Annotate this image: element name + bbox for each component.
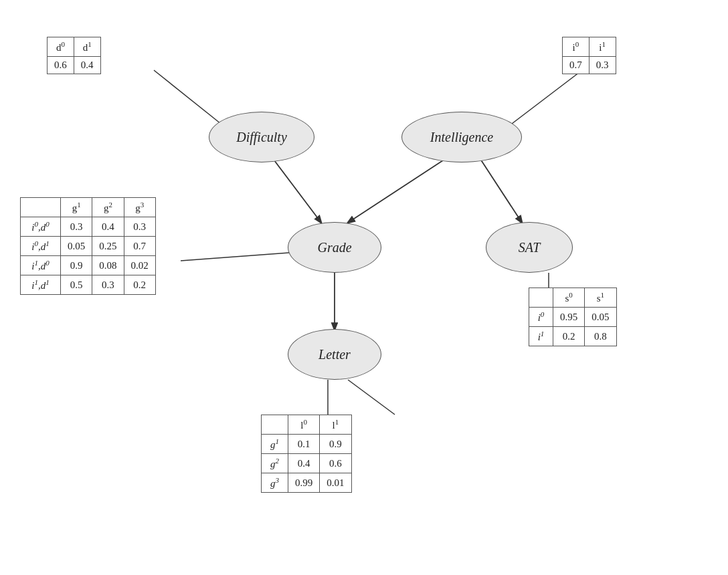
grade-row-i0d1-label: i0,d1 bbox=[21, 237, 61, 256]
sat-table-s1: s1 bbox=[585, 288, 616, 308]
intelligence-table-val-i1: 0.3 bbox=[589, 57, 616, 74]
difficulty-table: d0 d1 0.6 0.4 bbox=[47, 37, 101, 74]
difficulty-table-val-d0: 0.6 bbox=[48, 57, 74, 74]
grade-row-i1d0-g2: 0.08 bbox=[92, 256, 124, 275]
grade-row-i0d1-g2: 0.25 bbox=[92, 237, 124, 256]
grade-table-empty bbox=[21, 198, 61, 217]
sat-row-i0-s0: 0.95 bbox=[553, 308, 585, 327]
letter-row-g3-l0: 0.99 bbox=[288, 473, 320, 493]
main-canvas: Difficulty Intelligence Grade SAT Letter… bbox=[0, 0, 728, 575]
sat-row-i1-label: i1 bbox=[529, 327, 553, 346]
grade-row-i1d0-g3: 0.02 bbox=[124, 256, 155, 275]
grade-node: Grade bbox=[288, 222, 381, 273]
sat-row-i0-s1: 0.05 bbox=[585, 308, 616, 327]
letter-table: l0 l1 g1 0.1 0.9 g2 0.4 0.6 g3 0.99 0.01 bbox=[261, 415, 352, 493]
sat-row-i1-s1: 0.8 bbox=[585, 327, 616, 346]
svg-line-2 bbox=[480, 159, 522, 223]
grade-row-i1d1-g2: 0.3 bbox=[92, 275, 124, 295]
grade-row-i0d0-label: i0,d0 bbox=[21, 217, 61, 237]
letter-table-l1: l1 bbox=[320, 415, 351, 435]
svg-line-1 bbox=[348, 159, 445, 223]
sat-label: SAT bbox=[519, 240, 541, 255]
grade-table: g1 g2 g3 i0,d0 0.3 0.4 0.3 i0,d1 0.05 0.… bbox=[20, 197, 156, 295]
difficulty-table-header-d1: d1 bbox=[74, 37, 100, 57]
intelligence-table-header-i1: i1 bbox=[589, 37, 616, 57]
difficulty-label: Difficulty bbox=[236, 130, 287, 145]
letter-table-empty bbox=[262, 415, 288, 435]
letter-row-g1-l0: 0.1 bbox=[288, 435, 320, 454]
intelligence-table-val-i0: 0.7 bbox=[563, 57, 589, 74]
svg-line-5 bbox=[512, 70, 582, 124]
sat-table-empty bbox=[529, 288, 553, 308]
grade-label: Grade bbox=[317, 240, 351, 255]
svg-line-6 bbox=[181, 253, 289, 261]
grade-row-i0d0-g2: 0.4 bbox=[92, 217, 124, 237]
intelligence-table-header-i0: i0 bbox=[563, 37, 589, 57]
letter-row-g1-l1: 0.9 bbox=[320, 435, 351, 454]
grade-row-i1d0-label: i1,d0 bbox=[21, 256, 61, 275]
sat-table: s0 s1 i0 0.95 0.05 i1 0.2 0.8 bbox=[529, 288, 617, 346]
grade-row-i1d1-g3: 0.2 bbox=[124, 275, 155, 295]
intelligence-node: Intelligence bbox=[401, 112, 522, 162]
difficulty-node: Difficulty bbox=[209, 112, 314, 162]
letter-row-g2-label: g2 bbox=[262, 454, 288, 473]
letter-node: Letter bbox=[288, 329, 381, 380]
letter-row-g2-l0: 0.4 bbox=[288, 454, 320, 473]
grade-row-i0d0-g1: 0.3 bbox=[61, 217, 92, 237]
sat-node: SAT bbox=[486, 222, 573, 273]
svg-line-4 bbox=[154, 70, 221, 124]
sat-row-i0-label: i0 bbox=[529, 308, 553, 327]
grade-row-i1d1-label: i1,d1 bbox=[21, 275, 61, 295]
difficulty-table-val-d1: 0.4 bbox=[74, 57, 100, 74]
svg-line-0 bbox=[274, 160, 321, 223]
letter-label: Letter bbox=[318, 347, 351, 362]
grade-table-g2: g2 bbox=[92, 198, 124, 217]
grade-table-g3: g3 bbox=[124, 198, 155, 217]
sat-table-s0: s0 bbox=[553, 288, 585, 308]
sat-row-i1-s0: 0.2 bbox=[553, 327, 585, 346]
letter-row-g3-l1: 0.01 bbox=[320, 473, 351, 493]
grade-row-i0d1-g3: 0.7 bbox=[124, 237, 155, 256]
svg-line-9 bbox=[348, 380, 395, 415]
grade-table-g1: g1 bbox=[61, 198, 92, 217]
intelligence-label: Intelligence bbox=[430, 130, 493, 145]
letter-row-g2-l1: 0.6 bbox=[320, 454, 351, 473]
letter-row-g1-label: g1 bbox=[262, 435, 288, 454]
grade-row-i1d1-g1: 0.5 bbox=[61, 275, 92, 295]
grade-row-i1d0-g1: 0.9 bbox=[61, 256, 92, 275]
grade-row-i0d0-g3: 0.3 bbox=[124, 217, 155, 237]
difficulty-table-header-d0: d0 bbox=[48, 37, 74, 57]
grade-row-i0d1-g1: 0.05 bbox=[61, 237, 92, 256]
intelligence-table: i0 i1 0.7 0.3 bbox=[562, 37, 616, 74]
letter-row-g3-label: g3 bbox=[262, 473, 288, 493]
letter-table-l0: l0 bbox=[288, 415, 320, 435]
